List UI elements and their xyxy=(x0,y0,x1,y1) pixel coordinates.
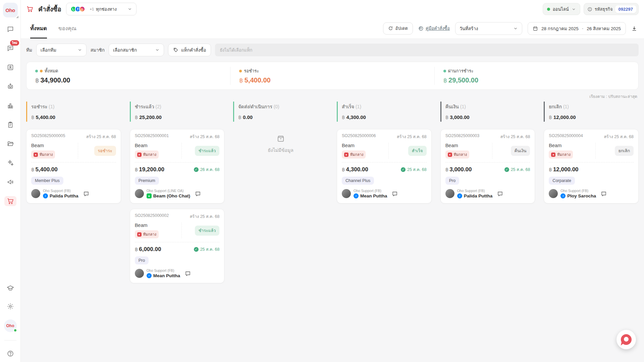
order-tag-label: แท็กคำสั่งซื้อ xyxy=(181,46,206,54)
sidebar-item-academy[interactable] xyxy=(4,283,16,293)
summary-card: ทั้งหมด ฿34,900.00 รอชำระ ฿5,400.00 ผ่าน… xyxy=(26,62,639,90)
column-title: คืนเงิน xyxy=(445,104,459,109)
status-badge: ชำระแล้ว xyxy=(195,146,220,156)
download-icon[interactable] xyxy=(631,25,637,32)
order-card[interactable]: SO250825000003 สร้าง 25 ส.ค. 68 Beam ●ที… xyxy=(440,129,535,203)
sidebar-item-orders[interactable] xyxy=(4,196,16,206)
gear-icon xyxy=(7,303,14,310)
chevron-down-icon xyxy=(513,26,518,31)
profile-avatar[interactable]: Oho xyxy=(4,319,17,332)
card-divider xyxy=(549,162,634,163)
order-amount: ฿3,000.00 xyxy=(445,166,472,173)
tag-empty-bar[interactable]: ยังไม่ได้เลือกแท็ก xyxy=(215,44,639,56)
sidebar-item-bot[interactable] xyxy=(4,81,16,92)
open-chat-icon[interactable] xyxy=(497,191,503,197)
agent-channel: Oho Support (FB) xyxy=(43,189,78,193)
customer-name: Beam xyxy=(445,143,492,148)
cart-icon xyxy=(7,197,14,205)
channel-plus-count: +1 xyxy=(90,7,94,11)
platform-icon: ⚡ xyxy=(147,273,152,278)
open-chat-icon[interactable] xyxy=(392,191,398,197)
oho-chat-icon xyxy=(621,334,632,345)
status-badge: ชำระแล้ว xyxy=(195,226,220,236)
column-count: (0) xyxy=(274,104,279,109)
sparkles-icon xyxy=(7,159,14,167)
tab-yours[interactable]: ของคุณ xyxy=(58,18,76,39)
new-badge: ใหม่ xyxy=(10,40,19,46)
sidebar-item-help[interactable] xyxy=(4,349,16,359)
plan-tag: Corparate xyxy=(549,177,575,185)
plan-tag: Member Plus xyxy=(31,177,63,185)
team-filter-label: ทีม xyxy=(26,46,32,54)
sidebar-item-contacts[interactable] xyxy=(4,62,16,72)
column-paid: ชำระแล้ว(2) ฿25,200.00 SO250825000001 สร… xyxy=(130,102,225,289)
business-code-value: 092297 xyxy=(615,5,636,13)
filter-bar: ทีม เลือกทีม สมาชิก เลือกสมาชิก แท็กคำสั… xyxy=(21,39,644,61)
order-created-date: สร้าง 25 ส.ค. 68 xyxy=(86,133,116,140)
order-card[interactable]: SO250825000004 สร้าง 25 ส.ค. 68 Beam ●ที… xyxy=(544,129,639,203)
agent-channel: Oho Support (LINE OA) xyxy=(147,189,190,193)
order-tag-button[interactable]: แท็กคำสั่งซื้อ xyxy=(168,44,211,56)
summary-total-label: ทั้งหมด xyxy=(45,67,58,74)
platform-icon: ⚡ xyxy=(354,193,359,198)
agent-channel: Oho Support (FB) xyxy=(147,268,180,273)
date-range-picker[interactable]: 28 กรกฎาคม 2025 - 26 สิงหาคม 2025 xyxy=(528,22,626,35)
online-status-selector[interactable]: ออนไลน์ xyxy=(543,3,580,15)
open-chat-icon[interactable] xyxy=(601,191,607,197)
tab-all[interactable]: ทั้งหมด xyxy=(30,18,47,39)
sidebar-item-automation[interactable] xyxy=(4,158,16,168)
sidebar-item-files[interactable] xyxy=(4,139,16,149)
contact-name: Ploy Sarocha xyxy=(567,193,596,198)
chevron-down-icon xyxy=(77,48,82,52)
open-chat-icon[interactable] xyxy=(185,270,191,277)
member-select-value: เลือกสมาชิก xyxy=(113,46,137,54)
open-chat-icon[interactable] xyxy=(83,191,89,197)
kanban-board: รอชำระ(1) ฿5,400.00 SO250825000005 สร้าง… xyxy=(21,102,644,289)
order-number: SO250825000004 xyxy=(549,133,583,140)
column-pending: รอชำระ(1) ฿5,400.00 SO250825000005 สร้าง… xyxy=(26,102,121,289)
order-card[interactable]: SO250825000001 สร้าง 25 ส.ค. 68 Beam ●ที… xyxy=(130,129,225,203)
team-tag: ●ทีมกลาง xyxy=(31,150,55,159)
date-field-select[interactable]: วันที่สร้าง xyxy=(455,22,522,35)
channel-selector[interactable]: L f ◎ +1 ทุกช่องทาง xyxy=(66,3,137,15)
column-total: ฿12,000.00 xyxy=(549,114,639,120)
order-created-date: สร้าง 25 ส.ค. 68 xyxy=(190,213,220,220)
online-status-label: ออนไลน์ xyxy=(553,6,569,13)
team-tag: ●ทีมกลาง xyxy=(549,150,573,159)
team-tag-icon: ● xyxy=(137,153,142,157)
order-card[interactable]: SO250825000005 สร้าง 25 ส.ค. 68 Beam ●ที… xyxy=(26,129,121,203)
sidebar-item-settings[interactable] xyxy=(4,301,16,311)
dot-orange xyxy=(40,70,43,72)
empty-state-text: ยังไม่มีข้อมูล xyxy=(268,146,293,154)
column-header: คืนเงิน(1) ฿3,000.00 xyxy=(440,102,535,122)
sidebar-item-chat[interactable] xyxy=(4,24,16,34)
order-number: SO250825000003 xyxy=(445,133,479,140)
chat-fab-button[interactable] xyxy=(616,330,636,349)
sidebar-item-inbox[interactable]: ใหม่ xyxy=(4,43,16,53)
team-tag: ●ทีมกลาง xyxy=(445,150,469,159)
sidebar-item-broadcast[interactable] xyxy=(4,177,16,187)
customer-name: Beam xyxy=(342,143,388,148)
sidebar-item-analytics[interactable] xyxy=(4,101,16,111)
plan-tag: Pro xyxy=(135,256,149,264)
order-created-date: สร้าง 25 ส.ค. 68 xyxy=(604,133,634,140)
update-button[interactable]: อัปเดต xyxy=(383,22,413,35)
app-logo[interactable]: Oho xyxy=(3,3,18,17)
column-header: รอชำระ(1) ฿5,400.00 xyxy=(26,102,121,122)
open-chat-icon[interactable] xyxy=(195,191,201,197)
inbox-chat-icon xyxy=(7,45,14,52)
order-amount: ฿19,200.00 xyxy=(135,166,164,173)
member-select[interactable]: เลือกสมาชิก xyxy=(109,44,164,56)
summary-pending: รอชำระ ฿5,400.00 xyxy=(230,67,434,85)
sidebar-item-tasks[interactable] xyxy=(4,120,16,130)
graduation-cap-icon xyxy=(7,285,14,292)
order-card[interactable]: SO250825000002 สร้าง 25 ส.ค. 68 Beam ●ที… xyxy=(130,209,225,283)
currency-symbol: ฿ xyxy=(35,77,39,84)
order-guide-link[interactable]: คู่มือคำสั่งซื้อ xyxy=(418,25,450,32)
column-total: ฿0.00 xyxy=(238,114,328,120)
team-tag-icon: ● xyxy=(448,153,452,157)
order-card[interactable]: SO250825000006 สร้าง 25 ส.ค. 68 Beam ●ที… xyxy=(337,129,432,203)
team-select[interactable]: เลือกทีม xyxy=(36,44,87,56)
card-divider xyxy=(31,162,116,163)
column-title: ยกเลิก xyxy=(549,104,562,109)
